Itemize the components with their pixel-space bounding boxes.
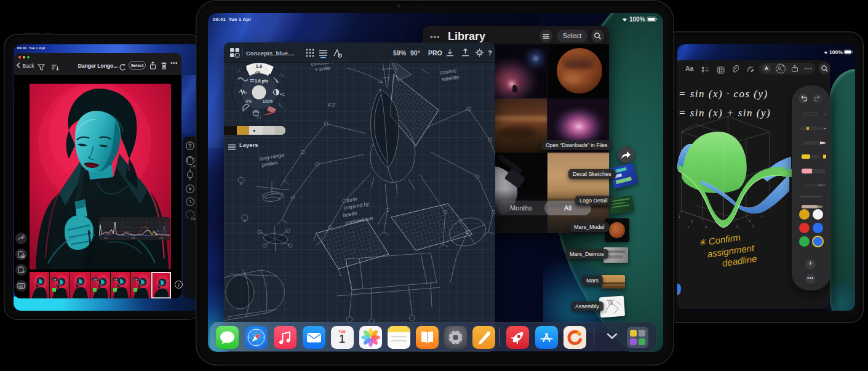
svg-text:1: 1 <box>679 215 680 218</box>
svg-text:beetle: beetle <box>343 210 358 218</box>
svg-text:0%: 0% <box>245 99 252 103</box>
svg-text:0: 0 <box>749 220 751 223</box>
svg-text:-1: -1 <box>736 225 739 228</box>
svg-text:1.6: 1.6 <box>255 63 263 69</box>
svg-text:100%: 100% <box>629 16 645 23</box>
svg-text:0.9: 0.9 <box>257 116 261 119</box>
svg-text:y: y <box>752 225 754 228</box>
svg-text:0: 0 <box>691 220 693 223</box>
svg-text:+ solar: + solar <box>314 65 332 73</box>
svg-text:1.6 pts: 1.6 pts <box>255 79 268 84</box>
svg-text:1: 1 <box>762 215 763 218</box>
svg-text:x: x <box>688 226 690 229</box>
svg-text:V.2: V.2 <box>327 102 335 108</box>
svg-text:100%: 100% <box>263 99 273 103</box>
svg-text:-1: -1 <box>704 226 707 229</box>
svg-text:100%: 100% <box>829 49 843 55</box>
